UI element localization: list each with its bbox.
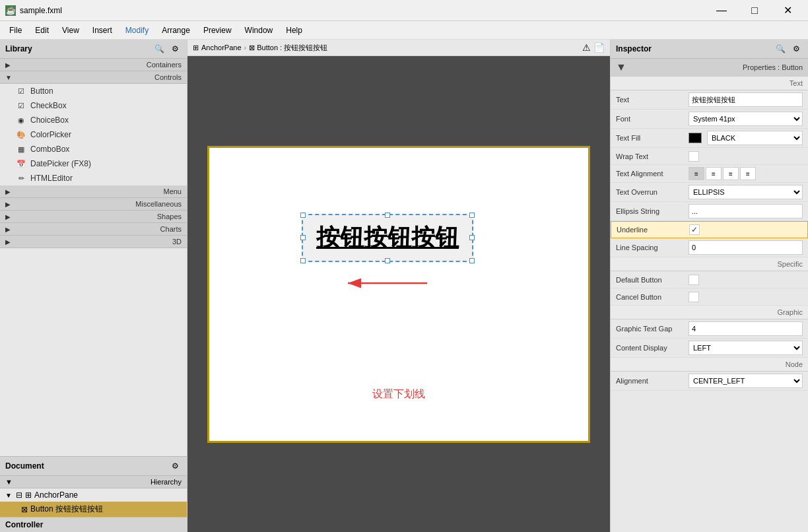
library-item-htmleditor[interactable]: ✏ HTMLEditor: [0, 171, 187, 185]
prop-content-display-select[interactable]: LEFT: [689, 341, 803, 355]
hierarchy-header: ▼ Hierarchy: [0, 476, 187, 488]
prop-text-input[interactable]: [689, 92, 803, 107]
menu-arrow: ▶: [5, 188, 11, 195]
handle-bl[interactable]: [300, 258, 306, 263]
handle-tr[interactable]: [469, 213, 475, 218]
wrap-text-checkbox[interactable]: [689, 151, 699, 162]
prop-text-fill: Text Fill BLACK: [611, 129, 808, 148]
inspector-settings-icon[interactable]: ⚙: [790, 42, 803, 55]
handle-ml[interactable]: [300, 235, 306, 240]
menu-edit[interactable]: Edit: [28, 23, 55, 38]
expand-icon: ▼: [5, 492, 13, 499]
prop-cancel-button: Cancel Button: [611, 288, 808, 306]
section-node: Node: [611, 358, 808, 372]
prop-cancel-button-value: [689, 292, 803, 302]
library-title: Library: [5, 44, 32, 53]
handle-tc[interactable]: [385, 213, 390, 218]
align-center-btn[interactable]: ≡: [706, 167, 722, 180]
section-menu[interactable]: ▶ Menu: [0, 185, 187, 198]
handle-tl[interactable]: [300, 213, 306, 218]
3d-arrow: ▶: [5, 238, 11, 246]
choicebox-item-icon: ◉: [16, 115, 26, 125]
canvas-button-text: 按钮按钮按钮: [316, 224, 459, 251]
section-controls[interactable]: ▼ Controls: [0, 71, 187, 84]
menu-file[interactable]: File: [3, 23, 28, 38]
hierarchy-arrow: ▼: [5, 478, 13, 486]
library-item-choicebox[interactable]: ◉ ChoiceBox: [0, 113, 187, 127]
cancel-button-checkbox[interactable]: [689, 292, 699, 302]
charts-arrow: ▶: [5, 226, 11, 233]
library-item-button[interactable]: ☑ Button: [0, 84, 187, 98]
titlebar: ☕ sample.fxml — □ ✕: [0, 0, 808, 21]
menu-modify[interactable]: Modify: [119, 23, 155, 38]
breadcrumb-anchorpane[interactable]: AnchorPane: [201, 44, 242, 51]
properties-arrow-icon: ▼: [616, 61, 626, 73]
tree-anchorpane[interactable]: ▼ ⊟ ⊞ AnchorPane: [0, 488, 187, 502]
document-settings-icon[interactable]: ⚙: [168, 459, 182, 473]
library-item-colorpicker[interactable]: 🎨 ColorPicker: [0, 127, 187, 142]
align-left-btn[interactable]: ≡: [689, 167, 704, 180]
library-settings-icon[interactable]: ⚙: [168, 42, 182, 55]
prop-ellipsis-string-input[interactable]: [689, 204, 803, 218]
prop-underline-value: ✓: [689, 224, 802, 235]
menu-preview[interactable]: Preview: [197, 23, 238, 38]
maximize-button[interactable]: □: [739, 0, 770, 21]
library-item-checkbox[interactable]: ☑ CheckBox: [0, 98, 187, 113]
menu-arrange[interactable]: Arrange: [155, 23, 197, 38]
library-item-datepicker[interactable]: 📅 DatePicker (FX8): [0, 156, 187, 171]
breadcrumb-anchorpane-text: AnchorPane: [201, 44, 242, 51]
prop-text-fill-select[interactable]: BLACK: [707, 131, 803, 145]
breadcrumb-action-icons: ⚠ 📄: [582, 42, 605, 53]
file-icon[interactable]: 📄: [593, 42, 605, 53]
warning-icon[interactable]: ⚠: [582, 42, 591, 53]
handle-bc[interactable]: [385, 258, 390, 263]
canvas-button[interactable]: 按钮按钮按钮: [302, 214, 473, 262]
section-containers[interactable]: ▶ Containers: [0, 59, 187, 71]
prop-line-spacing-input[interactable]: [689, 240, 803, 255]
library-item-combobox[interactable]: ▦ ComboBox: [0, 142, 187, 156]
menu-help[interactable]: Help: [279, 23, 309, 38]
handle-br[interactable]: [469, 258, 475, 263]
close-button[interactable]: ✕: [772, 0, 803, 21]
properties-subtitle: Properties : Button: [743, 63, 803, 71]
prop-font-label: Font: [616, 115, 689, 123]
section-specific: Specific: [611, 257, 808, 271]
library-search-icon[interactable]: 🔍: [152, 42, 166, 55]
menu-view[interactable]: View: [55, 23, 86, 38]
prop-text-alignment-label: Text Alignment: [616, 170, 689, 178]
prop-text-fill-label: Text Fill: [616, 134, 689, 142]
menu-window[interactable]: Window: [238, 23, 280, 38]
breadcrumb-button[interactable]: ⊠ Button : 按钮按钮按钮: [249, 43, 327, 53]
prop-content-display-label: Content Display: [616, 344, 689, 352]
prop-text-overrun-select[interactable]: ELLIPSIS: [689, 185, 803, 199]
3d-label: 3D: [172, 238, 182, 246]
anchorpane-icon: ⊞: [25, 490, 32, 500]
align-justify-btn[interactable]: ≡: [740, 167, 756, 180]
tree-button[interactable]: ⊠ Button 按钮按钮按钮: [0, 502, 187, 517]
section-shapes[interactable]: ▶ Shapes: [0, 211, 187, 223]
prop-text-value: [689, 92, 803, 107]
section-charts[interactable]: ▶ Charts: [0, 223, 187, 236]
colorpicker-item-icon: 🎨: [16, 129, 26, 140]
minimize-button[interactable]: —: [706, 0, 737, 21]
prop-graphic-text-gap-input[interactable]: [689, 321, 803, 336]
section-3d[interactable]: ▶ 3D: [0, 236, 187, 248]
menu-insert[interactable]: Insert: [86, 23, 119, 38]
inspector-search-icon[interactable]: 🔍: [774, 42, 787, 55]
prop-font-value: System 41px: [689, 112, 803, 126]
text-fill-color-swatch[interactable]: [689, 133, 702, 143]
prop-alignment-select[interactable]: CENTER_LEFT: [689, 374, 803, 388]
inspector-title: Inspector: [616, 44, 652, 53]
prop-graphic-text-gap-label: Graphic Text Gap: [616, 325, 689, 333]
app-icon: ☕: [5, 5, 16, 16]
underline-checkbox[interactable]: ✓: [689, 224, 700, 235]
default-button-checkbox[interactable]: [689, 275, 699, 285]
section-miscellaneous[interactable]: ▶ Miscellaneous: [0, 198, 187, 211]
canvas-area[interactable]: 按钮按钮按钮: [187, 56, 610, 532]
datepicker-item-label: DatePicker (FX8): [30, 159, 91, 168]
handle-mr[interactable]: [469, 235, 475, 240]
prop-graphic-text-gap-value: [689, 321, 803, 336]
align-right-btn[interactable]: ≡: [723, 167, 739, 180]
button-item-icon: ☑: [16, 86, 26, 96]
prop-font-select[interactable]: System 41px: [689, 112, 803, 126]
